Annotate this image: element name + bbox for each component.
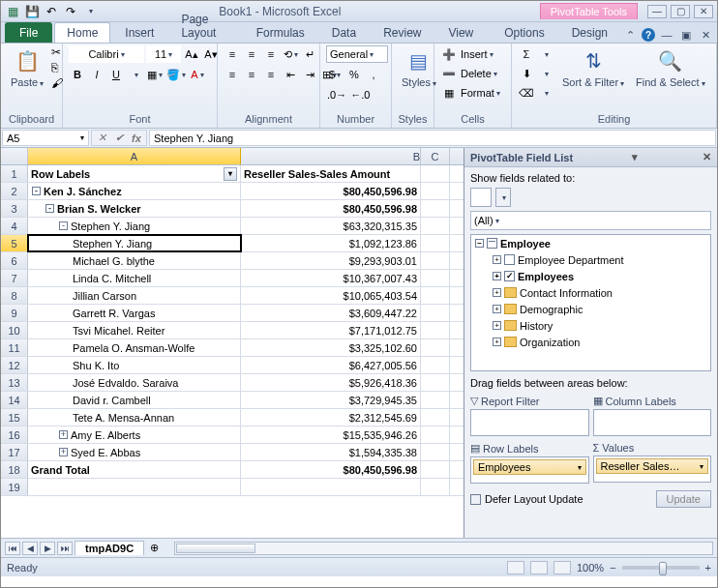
defer-checkbox[interactable] — [470, 494, 481, 505]
row-header[interactable]: 5 — [1, 235, 28, 251]
pivot-row-cell[interactable]: -Stephen Y. Jiang — [28, 218, 241, 234]
minimize-ribbon-icon[interactable]: ⌃ — [622, 27, 638, 43]
window-restore-icon[interactable]: ▣ — [678, 27, 694, 43]
row-header[interactable]: 1 — [1, 165, 28, 182]
align-left-icon[interactable]: ≡ — [224, 66, 241, 83]
show-fields-combo[interactable]: (All) — [470, 211, 711, 230]
tab-file[interactable]: File — [5, 22, 52, 43]
collapse-icon[interactable]: - — [32, 187, 41, 195]
close-button[interactable]: ✕ — [694, 5, 713, 18]
zoom-slider[interactable] — [622, 566, 700, 570]
underline-button[interactable]: U — [107, 66, 125, 83]
sheet-tab[interactable]: tmpAD9C — [75, 541, 144, 555]
underline-more[interactable] — [127, 66, 144, 83]
row-header[interactable]: 15 — [1, 409, 28, 426]
pivot-value-cell[interactable]: $80,450,596.98 — [241, 200, 421, 217]
undo-icon[interactable]: ↶ — [44, 4, 59, 19]
redo-icon[interactable]: ↷ — [63, 4, 78, 19]
expand-icon[interactable]: + — [59, 430, 68, 439]
new-sheet-icon[interactable]: ⊕ — [146, 542, 163, 554]
tree-expand-icon[interactable]: + — [493, 288, 501, 297]
pivot-row-cell[interactable]: +Syed E. Abbas — [28, 444, 241, 460]
select-all-corner[interactable] — [1, 148, 28, 164]
row-header[interactable]: 16 — [1, 426, 28, 443]
spreadsheet-grid[interactable]: A B C 1 Row Labels ▾ Reseller Sales-Sale… — [1, 148, 464, 538]
field-tree[interactable]: −Employee +Employee Department +✓Employe… — [470, 234, 711, 371]
format-cells-button[interactable]: Format — [460, 84, 504, 102]
align-top-icon[interactable]: ≡ — [224, 45, 241, 63]
collapse-icon[interactable]: - — [59, 221, 68, 230]
report-filter-area[interactable] — [470, 409, 589, 436]
filter-dropdown-icon[interactable]: ▾ — [224, 167, 237, 181]
tree-expand-icon[interactable]: + — [493, 272, 501, 280]
grand-total-value[interactable]: $80,450,596.98 — [241, 461, 421, 478]
fx-icon[interactable]: fx — [129, 132, 144, 144]
qat-customize-icon[interactable] — [82, 4, 98, 19]
pivot-value-cell[interactable]: $10,367,007.43 — [241, 270, 421, 286]
font-size-combo[interactable]: 11 — [146, 45, 181, 63]
window-close-icon[interactable]: ✕ — [698, 27, 713, 43]
find-select-button[interactable]: 🔍 Find & Select — [632, 45, 708, 91]
tree-collapse-icon[interactable]: − — [475, 239, 484, 248]
delete-cells-button[interactable]: Delete — [460, 65, 504, 82]
pivot-row-cell[interactable]: Stephen Y. Jiang — [28, 235, 241, 251]
col-header-a[interactable]: A — [28, 148, 241, 164]
increase-indent-icon[interactable]: ⇥ — [301, 66, 318, 83]
horizontal-scrollbar[interactable] — [174, 542, 713, 555]
col-header-b[interactable]: B — [241, 148, 421, 164]
row-header[interactable]: 11 — [1, 339, 28, 356]
layout-options-icon[interactable] — [495, 188, 511, 207]
sheet-nav-last-icon[interactable]: ⏭ — [57, 542, 73, 555]
font-color-button[interactable]: A — [189, 66, 206, 83]
orientation-icon[interactable]: ⟲ — [282, 45, 299, 63]
decrease-decimal-icon[interactable]: ←.0 — [349, 86, 371, 103]
row-header[interactable]: 2 — [1, 183, 28, 199]
align-middle-icon[interactable]: ≡ — [243, 45, 260, 63]
app-icon[interactable]: ▦ — [5, 4, 20, 19]
field-list-close-icon[interactable]: ✕ — [703, 151, 711, 163]
zoom-level[interactable]: 100% — [577, 562, 604, 573]
delete-cells-icon[interactable]: ➖ — [440, 65, 458, 82]
tree-expand-icon[interactable]: + — [493, 305, 501, 313]
window-min-icon[interactable]: — — [659, 27, 674, 43]
tab-view[interactable]: View — [435, 22, 486, 43]
pivot-value-cell[interactable]: $3,729,945.35 — [241, 392, 421, 408]
align-bottom-icon[interactable]: ≡ — [262, 45, 280, 63]
clear-icon[interactable]: ⌫ — [518, 84, 535, 102]
fill-color-button[interactable]: 🪣 — [165, 66, 187, 83]
pivot-value-cell[interactable]: $63,320,315.35 — [241, 218, 421, 234]
checkbox-icon[interactable] — [504, 254, 515, 265]
row-header[interactable]: 6 — [1, 252, 28, 269]
tab-page-layout[interactable]: Page Layout — [168, 9, 241, 43]
help-icon[interactable]: ? — [642, 28, 655, 42]
pivot-row-cell[interactable]: Garrett R. Vargas — [28, 305, 241, 321]
pivot-row-cell[interactable]: David r. Cambell — [28, 392, 241, 408]
border-button[interactable]: ▦ — [146, 66, 164, 83]
pivot-values-header[interactable]: Reseller Sales-Sales Amount — [241, 165, 421, 182]
pivot-value-cell[interactable]: $6,427,005.56 — [241, 357, 421, 373]
row-header[interactable]: 14 — [1, 392, 28, 408]
tree-expand-icon[interactable]: + — [493, 338, 501, 346]
tab-design[interactable]: Design — [559, 22, 620, 43]
pivot-value-cell[interactable]: $7,171,012.75 — [241, 322, 421, 338]
sort-filter-button[interactable]: ⇅ Sort & Filter — [558, 45, 628, 91]
row-header[interactable]: 10 — [1, 322, 28, 338]
pivot-row-cell[interactable]: Tete A. Mensa-Annan — [28, 409, 241, 426]
paste-button[interactable]: 📋 Paste — [7, 45, 47, 91]
pivot-value-cell[interactable]: $1,594,335.38 — [241, 444, 421, 460]
row-labels-pill[interactable]: Employees▾ — [473, 459, 586, 475]
tree-expand-icon[interactable]: + — [493, 255, 501, 264]
tree-expand-icon[interactable]: + — [493, 321, 501, 330]
tab-review[interactable]: Review — [371, 22, 434, 43]
pivot-value-cell[interactable]: $5,926,418.36 — [241, 374, 421, 391]
number-format-combo[interactable]: General — [326, 45, 388, 63]
tab-home[interactable]: Home — [54, 22, 110, 43]
pivot-value-cell[interactable]: $3,325,102.60 — [241, 339, 421, 356]
checkbox-checked-icon[interactable]: ✓ — [504, 271, 515, 281]
bold-button[interactable]: B — [69, 66, 86, 83]
insert-cells-button[interactable]: Insert — [460, 45, 504, 63]
insert-cells-icon[interactable]: ➕ — [440, 45, 458, 63]
autosum-icon[interactable]: Σ — [518, 45, 535, 63]
cancel-formula-icon[interactable]: ✕ — [94, 132, 109, 144]
cut-icon[interactable]: ✂ — [51, 45, 63, 59]
